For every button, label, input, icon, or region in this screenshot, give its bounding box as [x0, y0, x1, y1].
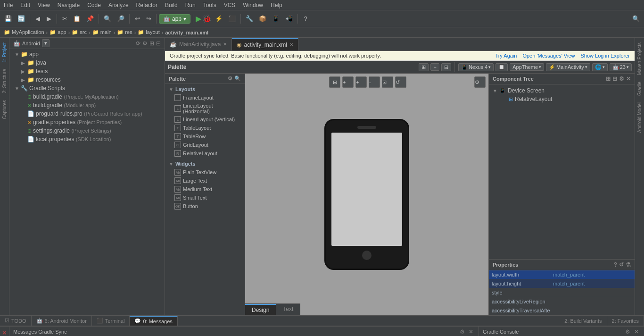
zoom-out-btn[interactable]: -: [369, 76, 380, 88]
locale-button[interactable]: 🌐 ▾: [592, 63, 608, 71]
gc-close-btn[interactable]: ✕: [633, 328, 640, 336]
bc-layout[interactable]: 📁 layout: [138, 29, 159, 35]
text-tab[interactable]: Text: [276, 304, 300, 315]
menu-analyze[interactable]: Analyze: [105, 2, 132, 8]
tree-item-local-properties[interactable]: 📄 local.properties (SDK Location): [9, 135, 165, 143]
tree-item-build-gradle-module[interactable]: ⊙ build.gradle (Module: app): [9, 101, 165, 109]
tree-item-java[interactable]: ▶ 📁 java: [9, 59, 165, 67]
bc-file[interactable]: activity_main.xml: [165, 30, 208, 35]
pan-mode-btn[interactable]: +: [342, 76, 354, 88]
gc-settings-btn[interactable]: ⚙: [624, 328, 632, 336]
tree-item-settings-gradle[interactable]: ⊙ settings.gradle (Project Settings): [9, 126, 165, 135]
close-tab-button[interactable]: ✕: [223, 42, 227, 47]
ct-relativelayout[interactable]: ⊞ RelativeLayout: [491, 95, 633, 103]
try-again-link[interactable]: Try Again: [495, 53, 517, 59]
palette-settings-icon[interactable]: ⚙: [228, 76, 232, 82]
tab-mainactivity[interactable]: ☕ MainActivity.java ✕: [165, 38, 232, 50]
sync-button[interactable]: 🔄: [15, 13, 27, 25]
prop-row-accessibility-traversal[interactable]: accessibilityTraversalAfte: [489, 306, 635, 315]
tab-activity-main-xml[interactable]: ◉ activity_main.xml ✕: [232, 38, 298, 50]
palette-gridlayout[interactable]: G GridLayout: [165, 141, 245, 149]
android-monitor-tab[interactable]: 🤖 6: Android Monitor: [32, 316, 92, 326]
redo-button[interactable]: ↪: [143, 13, 154, 25]
build-variants-tab[interactable]: 2: Build Variants: [560, 316, 607, 326]
bc-main[interactable]: 📁 main: [92, 29, 112, 35]
sdk-button[interactable]: 📦: [256, 13, 269, 25]
bc-myapp[interactable]: 📁 MyApplication: [4, 29, 44, 35]
android-dropdown[interactable]: ▾: [42, 39, 50, 47]
open-messages-link[interactable]: Open 'Messages' View: [522, 53, 575, 59]
close-messages-btn[interactable]: ✕: [0, 328, 9, 336]
tree-item-gradle-properties[interactable]: ⊙ gradle.properties (Project Properties): [9, 118, 165, 126]
theme-selector[interactable]: AppTheme ▾: [510, 63, 544, 71]
mp-close-btn[interactable]: ✕: [467, 328, 475, 336]
replace-button[interactable]: 🔎: [115, 13, 127, 25]
widgets-section-title[interactable]: ▼ Widgets: [165, 160, 245, 168]
tree-item-gradle-scripts[interactable]: ▼ 🔧 Gradle Scripts: [9, 84, 165, 92]
menu-build[interactable]: Build: [161, 2, 182, 8]
ct-collapse-icon[interactable]: ⊟: [612, 76, 617, 82]
favorites-tab[interactable]: 2: Favorites: [607, 316, 644, 326]
sync-action[interactable]: ⟳: [136, 40, 140, 47]
resize-button[interactable]: ⊟: [441, 63, 451, 71]
add-button[interactable]: +: [430, 63, 439, 71]
menu-file[interactable]: File: [0, 2, 17, 8]
bc-res[interactable]: 📁 res: [117, 29, 132, 35]
palette-linearlayout-h[interactable]: L LinearLayout (Horizontal): [165, 102, 245, 115]
menu-edit[interactable]: Edit: [17, 2, 34, 8]
prop-row-height[interactable]: layout:height match_parent: [489, 279, 635, 288]
view-type-button[interactable]: ⊞: [419, 63, 429, 71]
messages-tab[interactable]: 💬 0: Messages: [130, 316, 177, 326]
bc-src[interactable]: 📁 src: [72, 29, 87, 35]
fit-btn[interactable]: ⊡: [382, 76, 393, 88]
bc-app[interactable]: 📁 app: [50, 29, 66, 35]
paste-button[interactable]: 📌: [84, 13, 96, 25]
palette-framelayout[interactable]: F FrameLayout: [165, 93, 245, 102]
palette-button[interactable]: OK Button: [165, 202, 245, 210]
activity-selector[interactable]: ⚡ MainActivity ▾: [546, 63, 590, 71]
structure-panel-tab[interactable]: 2: Structure: [1, 66, 8, 96]
app-selector[interactable]: 🤖 app ▾: [159, 14, 190, 24]
palette-relativelayout[interactable]: R RelativeLayout: [165, 149, 245, 158]
menu-code[interactable]: Code: [83, 2, 105, 8]
project-panel-tab[interactable]: 1: Project: [1, 40, 8, 65]
palette-search-icon[interactable]: 🔍: [234, 76, 241, 82]
menu-vcs[interactable]: VCS: [220, 2, 239, 8]
cut-button[interactable]: ✂: [59, 13, 70, 25]
collapse-action[interactable]: ⊟: [156, 40, 161, 47]
save-button[interactable]: 💾: [2, 13, 14, 25]
palette-plain-textview[interactable]: Ab Plain TextView: [165, 168, 245, 176]
settings-action[interactable]: ⚙: [142, 40, 148, 47]
gradle-panel-tab[interactable]: Gradle: [636, 79, 643, 99]
ct-expand-icon[interactable]: ⊞: [606, 76, 611, 82]
layouts-section-title[interactable]: ▼ Layouts: [165, 85, 245, 93]
tree-item-build-gradle-project[interactable]: ⊙ build.gradle (Project: MyApplication): [9, 92, 165, 101]
ct-settings-icon[interactable]: ⚙: [619, 76, 624, 82]
maven-panel-tab[interactable]: Maven Projects: [636, 40, 643, 78]
close-tab-button[interactable]: ✕: [289, 42, 293, 47]
profile-button[interactable]: ⚡: [213, 13, 225, 25]
captures-panel-tab[interactable]: Captures: [1, 97, 8, 122]
menu-help[interactable]: Help: [267, 2, 286, 8]
palette-large-text[interactable]: Ab Large Text: [165, 176, 245, 185]
search-button[interactable]: 🔍: [101, 13, 114, 25]
palette-tablerow[interactable]: T TableRow: [165, 132, 245, 141]
todo-tab[interactable]: ☑ TODO: [0, 316, 32, 326]
run-button[interactable]: ▶: [196, 14, 201, 23]
menu-refactor[interactable]: Refactor: [132, 2, 161, 8]
prop-help-icon[interactable]: ?: [614, 261, 617, 268]
zoom-in-btn[interactable]: +: [355, 76, 367, 88]
forward-button[interactable]: ▶: [44, 13, 54, 25]
undo-button[interactable]: ↩: [132, 13, 142, 25]
device-button[interactable]: 📲: [283, 13, 295, 25]
prop-row-accessibility-live[interactable]: accessibilityLiveRegion: [489, 297, 635, 306]
copy-button[interactable]: 📋: [71, 13, 83, 25]
palette-small-text[interactable]: Ab Small Text: [165, 193, 245, 202]
menu-navigate[interactable]: Navigate: [54, 2, 83, 8]
ct-device-screen[interactable]: ▼ 📱 Device Screen: [491, 86, 633, 95]
search-everywhere-button[interactable]: 🔍: [630, 13, 642, 25]
back-button[interactable]: ◀: [33, 13, 43, 25]
menu-window[interactable]: Window: [239, 2, 267, 8]
show-log-link[interactable]: Show Log in Explorer: [580, 53, 630, 59]
tree-item-resources[interactable]: ▶ 📁 resources: [9, 76, 165, 84]
